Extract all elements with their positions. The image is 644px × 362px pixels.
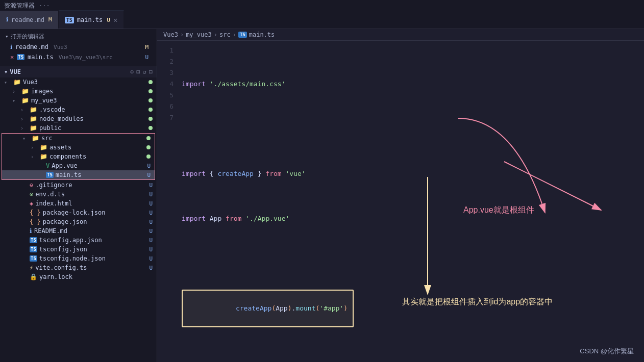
tree-item-vscode[interactable]: › 📁 .vscode: [0, 105, 157, 114]
tree-item-gitignore[interactable]: › ⊖ .gitignore U: [0, 180, 157, 190]
tree-label-indexhtml: index.html: [35, 200, 72, 207]
appvue-badge: U: [147, 163, 151, 169]
new-file-icon[interactable]: ⊕: [130, 68, 134, 75]
tsconfig-badge: U: [149, 246, 153, 253]
tree-label-images: images: [31, 88, 53, 95]
collapse-icon[interactable]: ⊟: [149, 68, 153, 75]
editor-readme-name: readme.md: [15, 43, 48, 50]
tree-item-viteconfig[interactable]: › ⚡ vite.config.ts U: [0, 263, 157, 272]
folder-icon-nodemodules: 📁: [30, 115, 37, 122]
chevron-right-icon-5: ›: [31, 145, 38, 150]
tree-label-tsconfig: tsconfig.json: [39, 246, 87, 253]
chevron-down-icon: ▾: [5, 33, 9, 40]
code-editor: Vue3 › my_vue3 › src › TS main.ts 1 2 3 …: [157, 29, 644, 362]
main-layout: ▾ 打开的编辑器 ℹ readme.md Vue3 M ✕ TS main.ts…: [0, 29, 644, 362]
tree-item-images[interactable]: › 📁 images: [0, 87, 157, 96]
code-line-3: import { createApp } from 'vue': [182, 168, 644, 179]
code-line-7: [182, 348, 644, 359]
vue-actions: ⊕ ⊞ ↺ ⊟: [130, 68, 153, 75]
chevron-down-icon-3: ▾: [4, 80, 11, 85]
breadcrumb-vue3: Vue3: [163, 31, 178, 38]
sep1: ›: [180, 31, 184, 38]
folder-icon-myvue3: 📁: [21, 97, 29, 104]
tree-item-maints[interactable]: › TS main.ts U: [2, 170, 155, 179]
refresh-icon[interactable]: ↺: [143, 68, 146, 75]
chevron-down-icon-4: ▾: [12, 98, 19, 104]
folder-icon-public: 📁: [30, 124, 37, 132]
tree-label-maints: main.ts: [56, 171, 82, 178]
editor-item-main[interactable]: ✕ TS main.ts Vue3\my_vue3\src U: [0, 52, 157, 62]
ts-icon-tsconfig: TS: [30, 237, 37, 243]
tree-label-envdts: env.d.ts: [35, 191, 65, 198]
tree-item-readme[interactable]: › ℹ README.md U: [0, 226, 157, 236]
tree-item-tsconfignode[interactable]: › TS tsconfig.node.json U: [0, 254, 157, 263]
annotation-mount: 其实就是把根组件插入到id为app的容器中: [402, 297, 553, 307]
tree-item-envdts[interactable]: › ⊙ env.d.ts U: [0, 190, 157, 199]
sep3: ›: [233, 31, 236, 38]
open-editors-title: ▾ 打开的编辑器: [0, 31, 157, 42]
close-x-icon[interactable]: ✕: [10, 54, 14, 61]
chevron-right-icon-4: ›: [20, 125, 28, 131]
chevron-down-icon-2: ▾: [4, 68, 8, 75]
tab-main[interactable]: TS main.ts U ✕: [59, 11, 125, 29]
tree-item-assets[interactable]: › 📁 assets: [2, 143, 155, 152]
tree-item-components[interactable]: › 📁 components: [2, 152, 155, 161]
tree-item-nodemodules[interactable]: › 📁 node_modules: [0, 114, 157, 123]
tsconfignode-badge: U: [149, 255, 153, 262]
code-line-1: import './assets/main.css': [182, 79, 644, 90]
chevron-right-icon: ›: [12, 89, 19, 94]
tree-label-tsconfigapp: tsconfig.app.json: [39, 237, 102, 244]
packagejson-badge: U: [149, 219, 153, 225]
src-section: ▾ 📁 src › 📁 assets › 📁 components: [2, 133, 155, 180]
tree-item-packagejson[interactable]: › { } package.json U: [0, 217, 157, 226]
tree-label-assets: assets: [49, 144, 71, 151]
sidebar: ▾ 打开的编辑器 ℹ readme.md Vue3 M ✕ TS main.ts…: [0, 29, 157, 362]
tree-label-viteconfig: vite.config.ts: [35, 264, 87, 271]
gitignore-badge: U: [149, 182, 153, 189]
tree-item-tsconfig[interactable]: › TS tsconfig.json U: [0, 245, 157, 254]
info-icon: ℹ: [6, 16, 8, 23]
json-icon: { }: [30, 209, 41, 216]
tab-close-icon[interactable]: ✕: [113, 16, 117, 24]
ts-breadcrumb-icon: TS: [238, 32, 247, 38]
tree-label-src: src: [41, 135, 53, 142]
readme-icon: ℹ: [30, 227, 32, 235]
maints-badge: U: [147, 172, 151, 178]
env-icon: ⊙: [30, 191, 33, 198]
tree-item-yarnlock[interactable]: › 🔒 yarn.lock: [0, 272, 157, 281]
tree-label-appvue: App.vue: [52, 162, 78, 169]
status-dot: [148, 98, 153, 102]
tree-item-src[interactable]: ▾ 📁 src: [2, 134, 155, 143]
folder-icon-components: 📁: [40, 153, 47, 160]
editor-item-readme[interactable]: ℹ readme.md Vue3 M: [0, 42, 157, 52]
new-folder-icon[interactable]: ⊞: [136, 68, 140, 75]
tree-label-tsconfignode: tsconfig.node.json: [39, 255, 106, 262]
folder-icon-vscode: 📁: [30, 106, 37, 113]
tree-label-myvue3: my_vue3: [31, 97, 57, 104]
code-line-5: [182, 258, 644, 269]
title-dots: ···: [39, 2, 50, 9]
tree-item-vue3[interactable]: ▾ 📁 Vue3: [0, 77, 157, 87]
folder-icon-src: 📁: [32, 135, 39, 142]
editor-main-name: main.ts: [28, 54, 54, 61]
breadcrumb: Vue3 › my_vue3 › src › TS main.ts: [157, 29, 644, 41]
folder-icon-assets: 📁: [40, 144, 47, 151]
tree-label-packagelock: package-lock.json: [43, 209, 106, 216]
tree-item-myvue3[interactable]: ▾ 📁 my_vue3: [0, 96, 157, 105]
tree-item-appvue[interactable]: › V App.vue U: [2, 161, 155, 170]
breadcrumb-maints: main.ts: [249, 31, 275, 38]
code-content[interactable]: 1 2 3 4 5 6 7 import './assets/main.css'…: [157, 41, 644, 362]
status-dot: [148, 126, 153, 130]
code-line-4: import App from './App.vue': [182, 213, 644, 224]
tree-item-indexhtml[interactable]: › ◈ index.html U: [0, 199, 157, 208]
tree-label-readme: README.md: [34, 227, 67, 235]
tab-readme[interactable]: ℹ readme.md M: [0, 11, 59, 29]
ts-icon-tsconfignode: TS: [30, 255, 37, 262]
tree-item-packagelock[interactable]: › { } package-lock.json U: [0, 208, 157, 217]
tree-item-tsconfigapp[interactable]: › TS tsconfig.app.json U: [0, 236, 157, 245]
vue-section: ▾ VUE ⊕ ⊞ ↺ ⊟ ▾ 📁 Vue3 ›: [0, 66, 157, 281]
status-dot: [148, 80, 153, 84]
tree-item-public[interactable]: › 📁 public: [0, 123, 157, 133]
status-dot: [148, 89, 153, 93]
chevron-right-icon-2: ›: [20, 107, 28, 113]
